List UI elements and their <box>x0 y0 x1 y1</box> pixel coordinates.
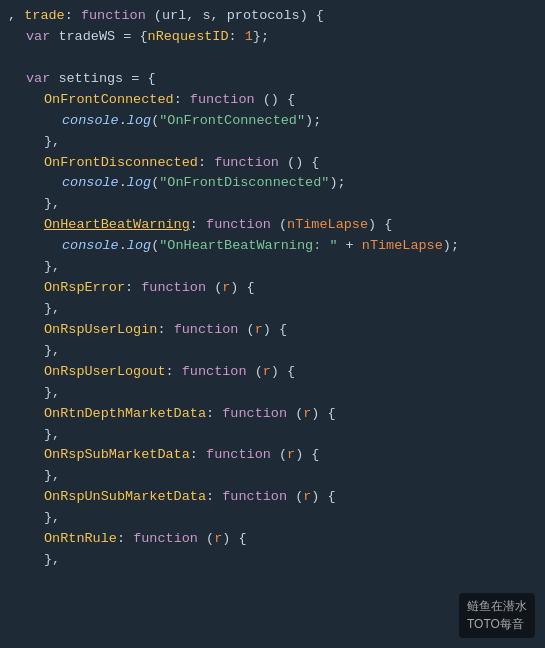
token-kw-function: function <box>206 445 271 466</box>
code-line: var tradeWS = {nRequestID: 1}; <box>0 27 545 48</box>
token-plain: ) { <box>311 487 335 508</box>
token-kw-function: function <box>182 362 247 383</box>
code-line: OnFrontDisconnected: function () { <box>0 153 545 174</box>
code-line: }, <box>0 299 545 320</box>
token-plain: ) { <box>222 529 246 550</box>
token-plain: : <box>166 362 182 383</box>
token-plain: }, <box>44 550 60 571</box>
code-line: }, <box>0 341 545 362</box>
token-plain: ) { <box>368 215 392 236</box>
token-prop-name: OnRtnRule <box>44 529 117 550</box>
token-plain: ) { <box>271 362 295 383</box>
token-plain: () { <box>255 90 296 111</box>
token-kw-function: function <box>222 487 287 508</box>
token-plain: }, <box>44 466 60 487</box>
token-plain: }, <box>44 508 60 529</box>
token-prop-name: nRequestID <box>148 27 229 48</box>
token-plain: }, <box>44 257 60 278</box>
token-plain: ) { <box>295 445 319 466</box>
token-plain: ) { <box>230 278 254 299</box>
token-plain: : <box>198 153 214 174</box>
code-line: OnRspUnSubMarketData: function (r) { <box>0 487 545 508</box>
token-kw-function: function <box>222 404 287 425</box>
watermark-main: 鲢鱼在潜水 <box>467 597 527 616</box>
code-line: OnFrontConnected: function () { <box>0 90 545 111</box>
token-prop-name: trade <box>24 6 65 27</box>
token-plain: : <box>206 404 222 425</box>
token-kw-log: log <box>127 173 151 194</box>
token-plain: ( <box>238 320 254 341</box>
token-plain: }, <box>44 299 60 320</box>
token-plain: settings = { <box>50 69 155 90</box>
token-plain: }, <box>44 132 60 153</box>
code-line: OnRspUserLogout: function (r) { <box>0 362 545 383</box>
token-prop-name: OnRtnDepthMarketData <box>44 404 206 425</box>
token-number: 1 <box>245 27 253 48</box>
code-line: }, <box>0 425 545 446</box>
token-plain: : <box>190 215 206 236</box>
token-kw-console: console <box>62 236 119 257</box>
token-string: "OnFrontDisconnected" <box>159 173 329 194</box>
code-line: OnRspUserLogin: function (r) { <box>0 320 545 341</box>
token-plain: ( <box>287 487 303 508</box>
code-line: OnRtnRule: function (r) { <box>0 529 545 550</box>
token-param: r <box>214 529 222 550</box>
token-plain: }, <box>44 383 60 404</box>
token-plain: ( <box>151 236 159 257</box>
token-plain: . <box>119 173 127 194</box>
token-plain: ( <box>151 173 159 194</box>
token-plain: }, <box>44 194 60 215</box>
token-prop-name: OnFrontConnected <box>44 90 174 111</box>
token-prop-name: OnFrontDisconnected <box>44 153 198 174</box>
token-kw-var: var <box>26 69 50 90</box>
code-line: console.log("OnFrontDisconnected"); <box>0 173 545 194</box>
code-line: }, <box>0 550 545 571</box>
token-plain: : <box>117 529 133 550</box>
token-kw-console: console <box>62 111 119 132</box>
token-prop-name-underline: OnHeartBeatWarning <box>44 215 190 236</box>
token-kw-log: log <box>127 236 151 257</box>
token-string: "OnHeartBeatWarning: " <box>159 236 337 257</box>
token-plain: }; <box>253 27 269 48</box>
token-plain: tradeWS = { <box>50 27 147 48</box>
token-param: r <box>255 320 263 341</box>
code-line: OnRtnDepthMarketData: function (r) { <box>0 404 545 425</box>
token-kw-function: function <box>206 215 271 236</box>
token-plain: + <box>337 236 361 257</box>
token-plain: }, <box>44 341 60 362</box>
code-line: }, <box>0 383 545 404</box>
token-plain: ); <box>329 173 345 194</box>
code-line: , trade: function (url, s, protocols) { <box>0 6 545 27</box>
watermark-sub: TOTO每音 <box>467 615 527 634</box>
token-plain: . <box>119 111 127 132</box>
watermark: 鲢鱼在潜水 TOTO每音 <box>459 593 535 638</box>
token-plain: ( <box>247 362 263 383</box>
token-kw-function: function <box>174 320 239 341</box>
code-line: console.log("OnFrontConnected"); <box>0 111 545 132</box>
token-prop-name: OnRspError <box>44 278 125 299</box>
code-line: OnHeartBeatWarning: function (nTimeLapse… <box>0 215 545 236</box>
code-line: OnRspError: function (r) { <box>0 278 545 299</box>
token-plain: . <box>119 236 127 257</box>
token-plain: : <box>206 487 222 508</box>
token-prop-name: OnRspUnSubMarketData <box>44 487 206 508</box>
token-plain: : <box>229 27 245 48</box>
token-kw-function: function <box>133 529 198 550</box>
token-prop-name: OnRspUserLogout <box>44 362 166 383</box>
token-punctuation: , <box>8 6 24 27</box>
token-param: r <box>263 362 271 383</box>
token-param: r <box>287 445 295 466</box>
token-kw-log: log <box>127 111 151 132</box>
token-kw-console: console <box>62 173 119 194</box>
token-plain: ( <box>287 404 303 425</box>
token-param: r <box>222 278 230 299</box>
token-kw-function: function <box>190 90 255 111</box>
token-kw-var: var <box>26 27 50 48</box>
token-plain: : <box>190 445 206 466</box>
token-plain: ) { <box>263 320 287 341</box>
token-kw-function: function <box>214 153 279 174</box>
token-param: r <box>303 404 311 425</box>
code-line: }, <box>0 132 545 153</box>
code-line: }, <box>0 257 545 278</box>
token-param: nTimeLapse <box>362 236 443 257</box>
